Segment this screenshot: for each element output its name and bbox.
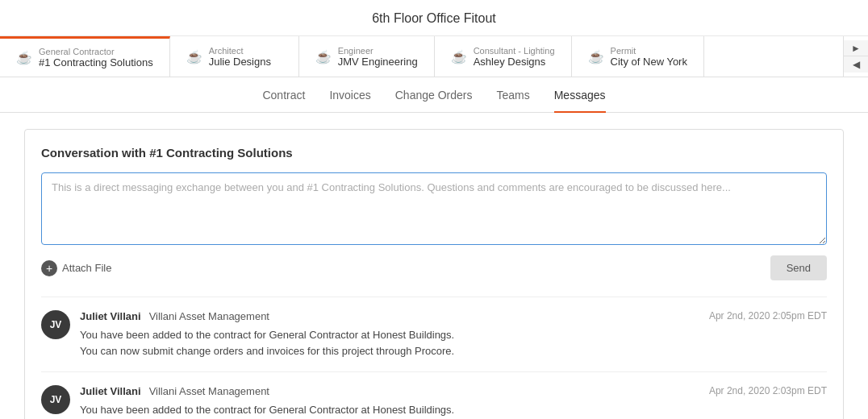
tab-nav-prev[interactable]: ◀ [844, 56, 868, 73]
message-body: Juliet Villani Villani Asset Management … [80, 385, 827, 418]
attach-file-label: Attach File [62, 262, 111, 274]
message-text: You can now submit change orders and inv… [80, 343, 827, 359]
messages-list: JV Juliet Villani Villani Asset Manageme… [41, 297, 827, 419]
message-actions: + Attach File Send [41, 255, 827, 280]
contractor-tab-arch[interactable]: ☕ Architect Julie Designs [170, 36, 299, 77]
contractor-tab-role: Architect [209, 46, 271, 56]
contractor-tab-role: Engineer [338, 46, 418, 56]
contractor-tabs: ☕ General Contractor #1 Contracting Solu… [0, 36, 868, 77]
message-text: You have been added to the contract for … [80, 402, 827, 418]
contractor-tab-name: Julie Designs [209, 56, 271, 68]
avatar: JV [41, 385, 70, 414]
sender-org: Villani Asset Management [149, 385, 269, 397]
contractor-tab-icon: ☕ [451, 49, 467, 64]
contractor-tab-name: Ashley Designs [474, 56, 555, 68]
contractor-tab-name: JMV Engineering [338, 56, 418, 68]
message-item: JV Juliet Villani Villani Asset Manageme… [41, 297, 827, 371]
contractor-tab-icon: ☕ [186, 49, 202, 64]
nav-tabs: ContractInvoicesChange OrdersTeamsMessag… [0, 77, 868, 113]
sender-name: Juliet Villani [80, 385, 141, 397]
contractor-tab-role: Permit [611, 46, 687, 56]
conversation-card: Conversation with #1 Contracting Solutio… [24, 129, 844, 419]
message-header: Juliet Villani Villani Asset Management … [80, 310, 827, 322]
contractor-tab-role: Consultant - Lighting [474, 46, 555, 56]
attach-icon: + [41, 260, 57, 276]
nav-tab-change-orders[interactable]: Change Orders [395, 89, 473, 113]
message-time: Apr 2nd, 2020 2:05pm EDT [709, 310, 827, 322]
contractor-tab-name: #1 Contracting Solutions [39, 56, 153, 68]
avatar: JV [41, 310, 70, 339]
message-text: You have been added to the contract for … [80, 327, 827, 343]
contractor-tab-icon: ☕ [315, 49, 332, 64]
nav-tab-contract[interactable]: Contract [262, 89, 305, 113]
contractor-tab-role: General Contractor [39, 47, 153, 56]
contractor-tab-consult[interactable]: ☕ Consultant - Lighting Ashley Designs [435, 36, 572, 77]
message-item: JV Juliet Villani Villani Asset Manageme… [41, 371, 827, 419]
nav-tab-invoices[interactable]: Invoices [329, 89, 370, 113]
message-input[interactable] [41, 172, 827, 245]
contractor-tab-eng[interactable]: ☕ Engineer JMV Engineering [299, 36, 435, 77]
contractor-tab-permit[interactable]: ☕ Permit City of New York [572, 36, 704, 77]
message-body: Juliet Villani Villani Asset Management … [80, 310, 827, 359]
message-time: Apr 2nd, 2020 2:03pm EDT [709, 385, 827, 396]
nav-tab-teams[interactable]: Teams [496, 89, 529, 113]
page-title: 6th Floor Office Fitout [0, 0, 868, 36]
message-header: Juliet Villani Villani Asset Management … [80, 385, 827, 397]
tab-nav-buttons: ► ◀ [843, 36, 868, 77]
conversation-title: Conversation with #1 Contracting Solutio… [41, 146, 827, 160]
sender-org: Villani Asset Management [149, 310, 269, 322]
main-content: Conversation with #1 Contracting Solutio… [0, 113, 868, 419]
sender-name: Juliet Villani [80, 310, 141, 322]
contractor-tab-name: City of New York [611, 56, 687, 68]
contractor-tab-icon: ☕ [588, 49, 604, 64]
contractor-tab-icon: ☕ [16, 50, 32, 65]
send-button[interactable]: Send [770, 255, 827, 280]
attach-file-button[interactable]: + Attach File [41, 260, 111, 276]
nav-tab-messages[interactable]: Messages [554, 89, 606, 113]
tab-nav-next[interactable]: ► [844, 40, 868, 56]
contractor-tab-gc[interactable]: ☕ General Contractor #1 Contracting Solu… [0, 36, 170, 77]
